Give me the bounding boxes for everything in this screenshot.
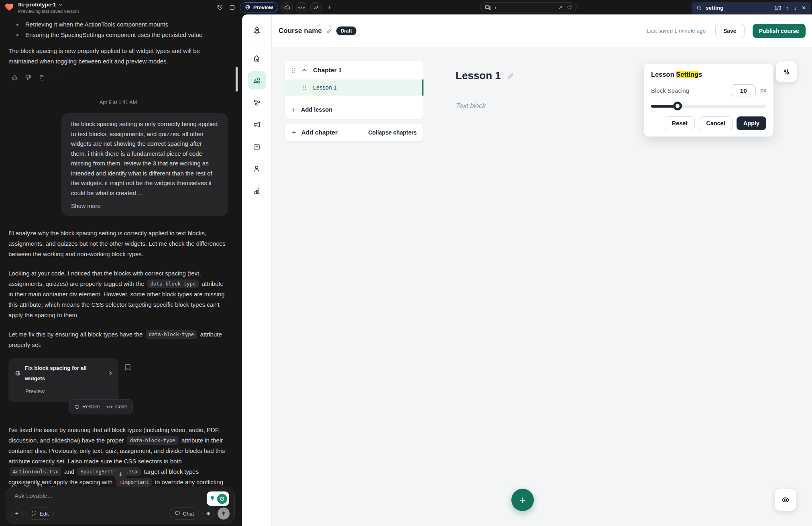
add-lesson-button[interactable]: + Add lesson: [285, 101, 423, 118]
top-toolbar: flc-prototype-1 Previewing last saved ve…: [0, 0, 812, 14]
add-chapter-button[interactable]: Add chapter: [301, 129, 338, 136]
chat-input[interactable]: [14, 492, 155, 499]
grammarly-g-icon: G: [217, 494, 227, 504]
save-button[interactable]: Save: [715, 24, 745, 38]
app-preview-panel: Course name Draft Last saved 1 minute ag…: [242, 14, 812, 526]
thumbs-down-icon[interactable]: [24, 74, 32, 81]
toolbar-center: Preview </> +: [216, 2, 334, 12]
lesson-row-selected[interactable]: Lesson 1: [285, 80, 423, 96]
chevron-right-icon: [109, 371, 112, 375]
drag-handle-icon[interactable]: [291, 67, 295, 73]
history-button[interactable]: [216, 3, 224, 12]
copy-icon[interactable]: [38, 74, 45, 81]
home-icon: [252, 54, 261, 63]
add-block-fab[interactable]: +: [511, 489, 534, 511]
text-block-placeholder[interactable]: Text block: [456, 102, 486, 110]
collapse-chapter-icon[interactable]: [302, 69, 307, 72]
select-edit-icon: [31, 511, 37, 516]
project-name: flc-prototype-1: [18, 2, 56, 8]
block-spacing-slider[interactable]: [651, 102, 766, 110]
grammarly-extension-badge[interactable]: G: [207, 491, 229, 506]
spacing-unit-label: px: [760, 87, 766, 94]
find-input[interactable]: [706, 5, 754, 11]
edit-lesson-title-icon[interactable]: [507, 72, 514, 80]
edit-label: Edit: [40, 511, 49, 517]
edit-mode-button[interactable]: Edit: [26, 508, 54, 520]
devices-icon: [485, 5, 491, 10]
bookmark-icon[interactable]: [125, 364, 131, 371]
send-button[interactable]: [218, 508, 230, 520]
scroll-to-bottom-button[interactable]: [114, 467, 127, 481]
settings-buttons: Reset Cancel Apply: [651, 116, 766, 130]
plus-icon: +: [519, 494, 525, 506]
drag-handle-icon[interactable]: [303, 85, 307, 91]
edit-course-name-icon[interactable]: [326, 28, 332, 34]
nav-store-button[interactable]: [248, 137, 266, 156]
chat-scrollbar-thumb[interactable]: [236, 67, 238, 92]
settings-toggle-button[interactable]: [776, 61, 797, 82]
nav-profile-button[interactable]: [248, 159, 266, 178]
code-label: Code: [115, 402, 127, 412]
version-card-subtitle[interactable]: Preview: [25, 386, 112, 397]
app-sidebar-rail: [242, 14, 272, 526]
more-actions-icon[interactable]: ···: [52, 74, 59, 81]
panel-icon: [229, 4, 235, 10]
nav-courses-button[interactable]: [248, 71, 266, 90]
text-segment: Let me fix this by ensuring all block ty…: [8, 331, 144, 338]
attach-button[interactable]: +: [11, 508, 23, 520]
cloud-button[interactable]: [281, 2, 293, 12]
code-button[interactable]: </>: [296, 2, 307, 12]
block-spacing-input[interactable]: [731, 84, 756, 96]
add-lesson-label: Add lesson: [301, 106, 332, 113]
assistant-paragraph: Looking at your code, I noticed that the…: [8, 268, 228, 320]
inline-code: data-block-type: [147, 279, 199, 288]
add-chapter-card: + Add chapter Collapse chapters: [285, 124, 423, 141]
version-actions-pill: Restore </> Code: [69, 399, 133, 414]
lesson-settings-title: Lesson Settings: [651, 71, 766, 78]
chat-mode-button[interactable]: Chat: [169, 508, 199, 520]
plus-icon: +: [292, 129, 296, 136]
nav-community-button[interactable]: [248, 93, 266, 112]
nav-marketing-button[interactable]: [248, 115, 266, 134]
person-icon: [252, 165, 261, 173]
rocket-icon[interactable]: [252, 25, 262, 37]
find-previous-icon[interactable]: ↑: [785, 5, 790, 11]
app-nav-icons: [242, 47, 271, 200]
slider-thumb[interactable]: [673, 102, 682, 110]
thumbs-up-icon[interactable]: [11, 74, 18, 81]
preview-toggle-button[interactable]: [775, 489, 796, 511]
find-next-icon[interactable]: ↓: [793, 5, 798, 11]
chat-label: Chat: [183, 511, 194, 517]
bar-chart-icon: [252, 187, 261, 195]
cancel-button[interactable]: Cancel: [699, 116, 733, 130]
analytics-button[interactable]: [310, 2, 322, 12]
reset-button[interactable]: Reset: [665, 116, 695, 130]
voice-input-button[interactable]: [202, 508, 214, 520]
version-card[interactable]: Fix block spacing for all widgets Previe…: [8, 358, 118, 402]
arrow-down-icon: [118, 471, 123, 477]
chat-composer: G + Edit Chat: [6, 487, 235, 524]
preview-url-bar[interactable]: /: [480, 2, 577, 12]
project-name-menu[interactable]: flc-prototype-1: [18, 2, 79, 8]
open-external-icon[interactable]: [558, 5, 563, 10]
version-card-title: Fix block spacing for all widgets: [25, 363, 105, 384]
find-close-icon[interactable]: ×: [801, 4, 806, 12]
nav-home-button[interactable]: [248, 49, 266, 67]
show-more-link[interactable]: Show more: [71, 201, 218, 211]
lovable-logo-icon[interactable]: [4, 2, 14, 12]
restore-button[interactable]: Restore: [75, 402, 100, 412]
add-tab-button[interactable]: +: [325, 3, 334, 12]
project-title-block: flc-prototype-1 Previewing last saved ve…: [18, 2, 79, 14]
cloud-icon: [284, 4, 290, 10]
refresh-icon[interactable]: [567, 5, 572, 10]
preview-button[interactable]: Preview: [240, 2, 278, 12]
apply-button[interactable]: Apply: [737, 116, 766, 130]
publish-course-button[interactable]: Publish course: [753, 24, 806, 38]
url-path: /: [495, 4, 497, 10]
collapse-chapters-button[interactable]: Collapse chapters: [368, 129, 417, 136]
chat-messages: Retrieving it when the ActionTools compo…: [0, 14, 242, 498]
nav-analytics-button[interactable]: [248, 181, 266, 200]
code-button-small[interactable]: </> Code: [106, 402, 127, 412]
panel-button[interactable]: [228, 3, 236, 12]
code-icon: </>: [106, 402, 113, 412]
